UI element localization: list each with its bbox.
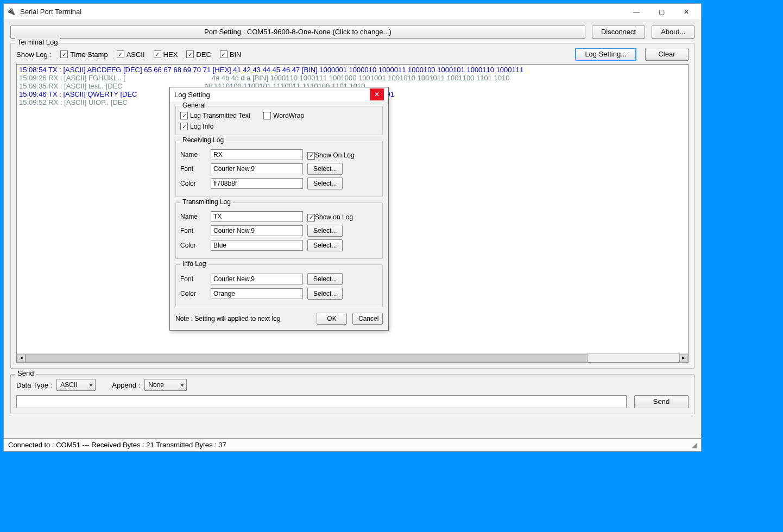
log-setting-button[interactable]: Log Setting... bbox=[575, 48, 636, 61]
tx-font-select-button[interactable]: Select... bbox=[307, 225, 343, 237]
disconnect-button[interactable]: Disconnect bbox=[592, 26, 645, 39]
scroll-thumb[interactable] bbox=[26, 354, 588, 362]
rx-color-select-button[interactable]: Select... bbox=[307, 178, 343, 189]
send-group: Send Data Type : ASCII Append : None Sen… bbox=[10, 374, 694, 414]
info-font-select-button[interactable]: Select... bbox=[307, 273, 343, 285]
checkbox-icon bbox=[117, 50, 124, 58]
checkbox-icon bbox=[263, 112, 271, 119]
info-log-title: Info Log bbox=[180, 260, 208, 268]
tx-font-input[interactable] bbox=[211, 225, 303, 236]
cancel-button[interactable]: Cancel bbox=[352, 313, 383, 325]
ascii-checkbox[interactable]: ASCII bbox=[117, 50, 145, 59]
window-title: Serial Port Terminal bbox=[20, 8, 624, 16]
dialog-title: Log Setting bbox=[174, 91, 210, 99]
rx-color-input[interactable] bbox=[211, 178, 303, 189]
receiving-log-title: Receiving Log bbox=[180, 136, 226, 144]
about-button[interactable]: About... bbox=[652, 26, 694, 39]
info-color-label: Color bbox=[180, 290, 206, 297]
horizontal-scrollbar[interactable]: ◄ ► bbox=[17, 353, 688, 362]
tx-name-label: Name bbox=[180, 213, 206, 220]
general-group: General Log Transmitted Text WordWrap Lo… bbox=[175, 106, 383, 135]
send-input[interactable] bbox=[16, 395, 627, 408]
tx-name-input[interactable] bbox=[211, 211, 303, 222]
rx-show-on-log-checkbox[interactable]: Show On Log bbox=[307, 150, 355, 160]
log-setting-dialog: Log Setting ✕ General Log Transmitted Te… bbox=[169, 87, 389, 331]
hex-checkbox[interactable]: HEX bbox=[154, 50, 178, 59]
general-title: General bbox=[180, 102, 208, 109]
close-button[interactable]: ✕ bbox=[674, 4, 699, 20]
dec-checkbox[interactable]: DEC bbox=[186, 50, 211, 59]
dialog-note: Note : Setting will applied to next log bbox=[175, 315, 311, 322]
log-info-checkbox[interactable]: Log Info bbox=[180, 123, 213, 130]
show-log-label: Show Log : bbox=[16, 50, 52, 59]
checkbox-icon bbox=[186, 50, 194, 58]
checkbox-icon bbox=[307, 214, 315, 221]
checkbox-icon bbox=[60, 50, 68, 58]
log-line: 15:08:54 TX : [ASCII] ABCDEFG [DEC] 65 6… bbox=[19, 66, 686, 74]
tx-show-on-log-checkbox[interactable]: Show on Log bbox=[307, 212, 353, 221]
checkbox-icon bbox=[307, 152, 315, 160]
ok-button[interactable]: OK bbox=[317, 313, 347, 325]
append-label: Append : bbox=[112, 381, 140, 389]
tx-color-label: Color bbox=[180, 242, 206, 249]
rx-color-label: Color bbox=[180, 180, 206, 187]
tx-font-label: Font bbox=[180, 227, 206, 235]
info-color-input[interactable] bbox=[211, 288, 303, 299]
maximize-button[interactable]: ▢ bbox=[649, 4, 674, 20]
titlebar[interactable]: 🔌 Serial Port Terminal — ▢ ✕ bbox=[4, 4, 701, 20]
log-transmitted-checkbox[interactable]: Log Transmitted Text bbox=[180, 112, 250, 119]
info-log-group: Info Log Font Select... Color Select... bbox=[175, 264, 383, 307]
rx-font-select-button[interactable]: Select... bbox=[307, 163, 343, 175]
send-title: Send bbox=[15, 369, 36, 377]
clear-button[interactable]: Clear bbox=[645, 48, 689, 61]
send-button[interactable]: Send bbox=[634, 395, 689, 408]
timestamp-checkbox[interactable]: Time Stamp bbox=[60, 50, 108, 59]
dialog-titlebar[interactable]: Log Setting ✕ bbox=[170, 87, 388, 102]
info-font-input[interactable] bbox=[211, 274, 303, 284]
receiving-log-group: Receiving Log Name Show On Log Font Sele… bbox=[175, 141, 383, 197]
scroll-left-icon[interactable]: ◄ bbox=[17, 354, 26, 362]
rx-name-input[interactable] bbox=[211, 149, 303, 160]
scroll-right-icon[interactable]: ► bbox=[679, 354, 688, 362]
rx-font-input[interactable] bbox=[211, 163, 303, 174]
tx-color-select-button[interactable]: Select... bbox=[307, 239, 343, 251]
info-font-label: Font bbox=[180, 275, 206, 283]
status-text: Connected to : COM51 --- Received Bytes … bbox=[8, 441, 226, 449]
dialog-close-button[interactable]: ✕ bbox=[370, 88, 384, 100]
datatype-select[interactable]: ASCII bbox=[56, 379, 96, 391]
checkbox-icon bbox=[180, 112, 188, 119]
status-bar: Connected to : COM51 --- Received Bytes … bbox=[4, 438, 701, 451]
rx-font-label: Font bbox=[180, 165, 206, 173]
checkbox-icon bbox=[180, 123, 188, 130]
checkbox-icon bbox=[220, 50, 228, 58]
transmitting-log-group: Transmitting Log Name Show on Log Font S… bbox=[175, 202, 383, 259]
log-line: 15:09:26 RX : [ASCII] FGHIJKL.. [ 4a 4b … bbox=[19, 74, 686, 82]
transmitting-log-title: Transmitting Log bbox=[180, 198, 233, 206]
datatype-label: Data Type : bbox=[16, 381, 52, 389]
info-color-select-button[interactable]: Select... bbox=[307, 288, 343, 300]
port-setting-bar[interactable]: Port Setting : COM51-9600-8-One-None (Cl… bbox=[10, 26, 585, 39]
minimize-button[interactable]: — bbox=[624, 4, 649, 20]
app-icon: 🔌 bbox=[6, 7, 17, 17]
terminal-log-title: Terminal Log bbox=[15, 38, 60, 46]
checkbox-icon bbox=[154, 50, 161, 58]
append-select[interactable]: None bbox=[144, 379, 187, 391]
resize-grip-icon[interactable]: ◢ bbox=[692, 441, 697, 449]
bin-checkbox[interactable]: BIN bbox=[220, 50, 242, 59]
tx-color-input[interactable] bbox=[211, 240, 303, 251]
wordwrap-checkbox[interactable]: WordWrap bbox=[263, 112, 304, 119]
rx-name-label: Name bbox=[180, 151, 206, 159]
